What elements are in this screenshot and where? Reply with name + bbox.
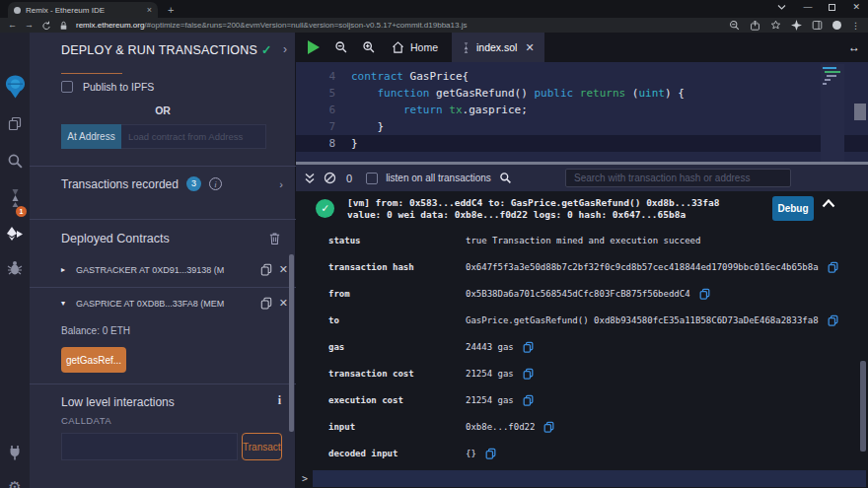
- run-script-icon[interactable]: [306, 39, 321, 55]
- detail-value: true Transaction mined and execution suc…: [466, 236, 700, 245]
- tab-home[interactable]: Home: [392, 41, 438, 53]
- url-params: /#optimize=false&runs=200&evmVersion=nul…: [144, 21, 467, 30]
- minimap[interactable]: [821, 64, 844, 162]
- minimize-button[interactable]: —: [803, 2, 812, 12]
- solidity-file-icon: [462, 41, 470, 54]
- zoom-in-icon[interactable]: [362, 40, 376, 54]
- code-text: }: [335, 118, 384, 135]
- chrome-menu-chevron-icon[interactable]: [777, 4, 786, 10]
- summary-line2: value: 0 wei data: 0xb8e...f0d22 logs: 0…: [347, 209, 720, 221]
- clear-console-icon[interactable]: [324, 172, 336, 184]
- panel-scrollbar[interactable]: [289, 254, 294, 432]
- maximize-button[interactable]: [829, 4, 835, 11]
- divider: [61, 73, 122, 74]
- copy-icon[interactable]: [260, 297, 272, 310]
- debugger-icon[interactable]: [0, 259, 30, 276]
- info-icon[interactable]: i: [278, 393, 281, 408]
- code-text: }: [335, 135, 358, 152]
- copy-icon[interactable]: [523, 341, 534, 353]
- transactions-expand-icon[interactable]: ›: [279, 178, 283, 190]
- code-text: function getGasRefund() public returns (…: [335, 85, 685, 102]
- expand-horizontal-icon[interactable]: ↔: [848, 40, 860, 54]
- line-number: 4: [296, 68, 335, 85]
- copy-icon[interactable]: [543, 421, 554, 433]
- collapse-details-icon[interactable]: [822, 199, 835, 208]
- editor-tab-bar: Home index.sol ✕ ↔: [296, 33, 868, 62]
- search-icon[interactable]: [0, 153, 30, 170]
- contract-label: GASPRICE AT 0XD8B...33FA8 (MEM: [76, 299, 253, 309]
- reload-icon[interactable]: [41, 21, 51, 31]
- browser-toolbar: ← → remix.ethereum.org/#optimize=false&r…: [0, 18, 868, 33]
- copy-icon[interactable]: [260, 263, 272, 276]
- bookmark-star-icon[interactable]: [770, 20, 781, 31]
- browser-menu-icon[interactable]: ⋮: [851, 21, 860, 31]
- calldata-input[interactable]: [61, 433, 238, 460]
- terminal-input[interactable]: [313, 470, 866, 487]
- code-line: 5 function getGasRefund() public returns…: [296, 85, 868, 102]
- chevron-right-icon[interactable]: ▸: [61, 265, 69, 274]
- detail-label: to: [296, 315, 434, 325]
- panel-expand-icon[interactable]: ›: [283, 42, 287, 56]
- transact-button[interactable]: Transact: [242, 433, 282, 460]
- publish-ipfs-checkbox[interactable]: [61, 81, 73, 93]
- zoom-icon[interactable]: [729, 20, 740, 31]
- copy-icon[interactable]: [828, 314, 838, 326]
- terminal-search-input[interactable]: [565, 169, 791, 187]
- copy-icon[interactable]: [485, 448, 496, 459]
- plugin-manager-icon[interactable]: [0, 445, 30, 460]
- info-icon[interactable]: i: [209, 177, 222, 190]
- close-window-button[interactable]: ✕: [852, 2, 860, 12]
- getgasrefund-button[interactable]: getGasRef...: [61, 347, 126, 373]
- extension-icon[interactable]: [791, 20, 802, 31]
- tab-close-icon[interactable]: ×: [147, 6, 152, 15]
- close-tab-icon[interactable]: ✕: [525, 41, 534, 54]
- remix-logo: [0, 74, 30, 102]
- line-number: 7: [296, 118, 335, 135]
- editor-scrollbar[interactable]: [854, 104, 866, 120]
- copy-icon[interactable]: [699, 288, 710, 300]
- deployed-contract-row[interactable]: ▾ GASPRICE AT 0XD8B...33FA8 (MEM ✕: [61, 297, 288, 310]
- at-address-button[interactable]: At Address: [61, 124, 121, 149]
- back-icon[interactable]: ←: [8, 21, 17, 30]
- summary-line1: [vm] from: 0x583...eddC4 to: GasPrice.ge…: [347, 197, 720, 209]
- code-line: 6 return tx.gasprice;: [296, 102, 868, 118]
- collapse-terminal-icon[interactable]: [304, 173, 316, 184]
- copy-icon[interactable]: [523, 368, 534, 380]
- transaction-summary[interactable]: ✓ [vm] from: 0x583...eddC4 to: GasPrice.…: [296, 191, 868, 225]
- settings-gear-icon[interactable]: ⚙: [0, 478, 30, 488]
- check-icon: ✓: [261, 43, 272, 57]
- zoom-out-icon[interactable]: [334, 40, 348, 54]
- transaction-detail-row: to GasPrice.getGasRefund() 0xd8b934580fc…: [296, 307, 868, 333]
- forward-icon[interactable]: →: [25, 21, 34, 30]
- divider: [30, 383, 296, 384]
- browser-tabstrip: Remix - Ethereum IDE × + — ✕: [0, 0, 868, 18]
- chevron-down-icon[interactable]: ▾: [61, 299, 69, 308]
- solidity-compiler-icon[interactable]: [0, 188, 30, 208]
- transactions-recorded-row[interactable]: Transactions recorded 3 i: [61, 176, 222, 191]
- file-explorer-icon[interactable]: [0, 115, 30, 131]
- new-tab-button[interactable]: +: [168, 4, 174, 18]
- remove-contract-icon[interactable]: ✕: [279, 297, 288, 310]
- transactions-recorded-label: Transactions recorded: [61, 177, 179, 191]
- remove-contract-icon[interactable]: ✕: [279, 263, 288, 276]
- browser-tab[interactable]: Remix - Ethereum IDE ×: [8, 2, 158, 18]
- side-panel-icon[interactable]: [812, 20, 823, 31]
- trash-icon[interactable]: [268, 232, 281, 245]
- url-text[interactable]: remix.ethereum.org/#optimize=false&runs=…: [76, 21, 721, 30]
- publish-ipfs-label: Publish to IPFS: [83, 81, 154, 93]
- deployed-contract-row[interactable]: ▸ GASTRACKER AT 0XD91...39138 (M ✕: [61, 263, 288, 276]
- compiler-badge: 1: [16, 206, 27, 217]
- tab-index-sol[interactable]: index.sol ✕: [452, 33, 544, 62]
- listen-checkbox[interactable]: [366, 173, 378, 184]
- copy-icon[interactable]: [523, 394, 534, 406]
- terminal-scrollbar[interactable]: [860, 361, 866, 452]
- at-address-input[interactable]: [121, 124, 266, 149]
- transaction-detail-row: transaction hash 0x647f5f3a3e50d88b7c2bf…: [296, 253, 868, 280]
- copy-icon[interactable]: [828, 261, 838, 273]
- share-icon[interactable]: [750, 20, 760, 31]
- code-editor[interactable]: 4 contract GasPrice{ 5 function getGasRe…: [296, 62, 868, 162]
- profile-avatar[interactable]: [832, 21, 841, 30]
- debug-button[interactable]: Debug: [772, 196, 814, 221]
- home-tab-label: Home: [410, 41, 438, 53]
- deploy-run-icon[interactable]: [0, 226, 30, 242]
